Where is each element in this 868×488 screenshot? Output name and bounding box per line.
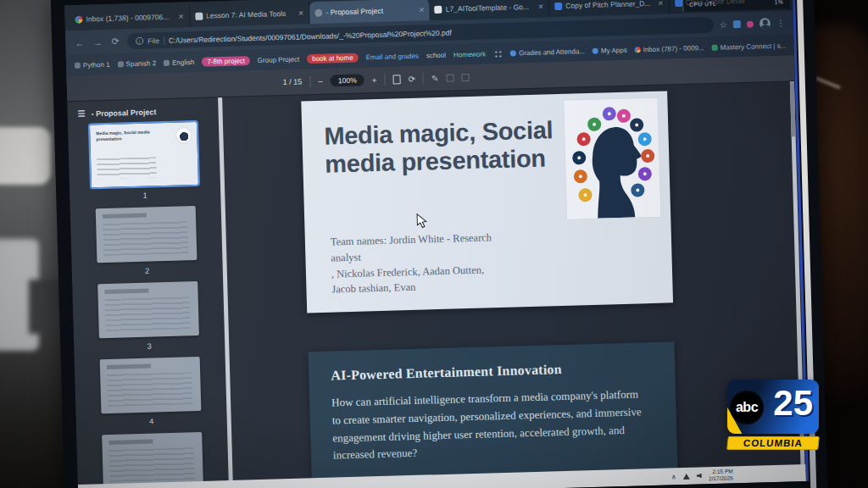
bookmark-mastery-connect[interactable]: Mastery Connect | s... [711,42,786,51]
scrollbar-thumb[interactable] [790,82,796,136]
wifi-icon[interactable] [683,473,690,479]
toolbar-separator [309,75,310,87]
bookmark-spanish2[interactable]: Spanish 2 [117,59,156,68]
thumbnail-heading-bar [107,364,151,369]
tab-close-icon[interactable]: ✕ [656,0,664,7]
back-icon[interactable]: ← [74,37,86,47]
thumbnail-item: 4 [100,357,202,427]
bookmark-my-apps[interactable]: My Apps [593,46,627,54]
extension-dot-icon[interactable] [747,20,754,27]
bookmark-cs7-introduction[interactable]: CS7: Introduction to... [793,39,794,48]
thumbnail-page-2[interactable] [96,206,198,263]
thumbnail-number: 2 [145,267,149,275]
menu-icon[interactable]: ☰ [77,109,85,119]
zoom-in-icon[interactable]: + [372,75,377,84]
bookmark-grades-attendance[interactable]: Grades and Attenda... [510,47,585,57]
bookmark-favicon [117,61,123,67]
thumbnail-sidebar: ☰ - Proposal Project Media magic, Social… [67,97,229,488]
bookmark-favicon [635,47,641,53]
pdf-page-1-title-slide: Media magic, Social media presentation [301,91,673,313]
taskbar-clock[interactable]: 2:15 PM 2/17/2026 [709,468,733,482]
background-object [0,127,51,185]
bookmark-favicon [164,59,170,65]
bookmark-inbox[interactable]: Inbox (787) - 0009... [634,44,704,53]
slide2-body: How can artificial intelligence transfor… [331,385,649,465]
thumbnail-list: Media magic, Social media presentation 1… [68,121,231,488]
monitor: Inbox (1,738) - 0009706... ✕ Lesson 7: A… [51,0,828,488]
thumbnail-heading-bar [103,214,147,219]
zoom-out-icon[interactable]: − [318,76,323,86]
mail-favicon [75,15,82,23]
bookmark-school[interactable]: school [426,51,446,59]
thumbnail-item: 5 [102,432,203,488]
bookmark-favicon [793,42,794,48]
mouse-cursor [416,213,427,228]
tray-caret-icon[interactable]: ∧ [671,473,676,480]
clock-date: 2/17/2026 [709,474,733,482]
fit-to-page-icon[interactable] [392,75,400,84]
url-text: C:/Users/Redirection/Students/00097061/D… [169,28,452,44]
profile-avatar[interactable] [760,18,771,29]
abc25-columbia-logo: abc 25 COLUMBIA [727,380,819,450]
thumbnail-title-text: Media magic, Social media presentation [96,129,157,141]
bookmark-favicon [510,50,516,56]
sheet-favicon [554,2,562,9]
tab-close-icon[interactable]: ✕ [417,6,425,14]
bookmark-python1[interactable]: Python 1 [75,60,110,69]
reload-icon[interactable]: ⟳ [109,36,121,47]
thumbnail-page-3[interactable] [97,281,199,338]
sheet-favicon [675,0,682,7]
page-info-icon[interactable]: i [136,37,143,45]
tab-inbox[interactable]: Inbox (1,738) - 0009706... ✕ [70,5,190,30]
thumbnail-page-5[interactable] [102,432,203,488]
pdf-page-2-slide: AI-Powered Entertainment Innovation How … [309,341,679,488]
bookmark-star-icon[interactable]: ☆ [720,19,727,29]
thumbnail-text-lines [109,447,195,482]
browser-menu-icon[interactable]: ⋮ [776,19,785,28]
bookmark-favicon [712,44,718,50]
thumbnail-item: 2 [96,206,198,276]
highlight-icon[interactable] [446,74,453,81]
slide-title: Media magic, Social media presentation [324,115,595,180]
thumbnail-page-4[interactable] [100,357,202,413]
draw-icon[interactable]: ✎ [431,73,439,82]
zoom-level[interactable]: 100% [331,74,364,86]
extension-icon[interactable] [733,20,741,28]
abc25-logo-box: abc 25 [727,380,819,434]
thumbnail-page-1[interactable]: Media magic, Social media presentation [90,122,198,187]
pdf-page-view: Media magic, Social media presentation [218,80,806,488]
bookmark-group-project[interactable]: Group Project [258,55,300,64]
bookmark-favicon [593,47,598,53]
forward-icon[interactable]: → [92,36,103,47]
bookmark-book-at-home[interactable]: book at home [307,53,359,64]
speaker-icon[interactable] [697,473,702,478]
cpu-util-value: 1% [774,0,783,7]
bookmark-favicon [75,62,81,68]
tab-proposal-project-active[interactable]: - Proposal Project ✕ [309,0,430,24]
thumbnail-item: Media magic, Social media presentation 1 [90,122,198,201]
cpu-util-label: CPU UTL [689,0,716,9]
bookmark-78th-project[interactable]: 7-8th project [202,56,250,67]
channel-number: 25 [773,382,813,424]
thumbnail-item: 3 [97,281,199,352]
news-footage-frame: Inbox (1,738) - 0009706... ✕ Lesson 7: A… [0,0,868,488]
tab-close-icon[interactable]: ✕ [536,3,543,10]
erase-icon[interactable] [461,73,469,80]
bookmark-homework[interactable]: Homework [453,50,486,58]
bookmark-email-and-grades[interactable]: Email and grades [365,52,418,61]
apps-grid-icon[interactable] [493,48,503,58]
toolbar-separator [423,72,424,84]
thumbnail-text-lines [107,372,192,407]
tab-lesson7[interactable]: Lesson 7: AI Media Tools ✕ [190,2,310,27]
tab-title: L7_AIToolTemplate - Go... [446,3,533,14]
tab-close-icon[interactable]: ✕ [297,9,304,17]
thumbnail-number: 3 [147,342,152,351]
bookmark-english[interactable]: English [164,58,194,66]
tab-close-icon[interactable]: ✕ [176,13,184,20]
thumbnail-head-graphic [176,128,191,142]
thumbnail-text-lines [103,221,188,256]
thumbnail-text-lines [105,297,191,331]
thumbnail-number: 1 [143,191,147,200]
tab-ai-tool-template[interactable]: L7_AIToolTemplate - Go... ✕ [429,0,549,20]
rotate-icon[interactable]: ⟳ [408,74,415,83]
